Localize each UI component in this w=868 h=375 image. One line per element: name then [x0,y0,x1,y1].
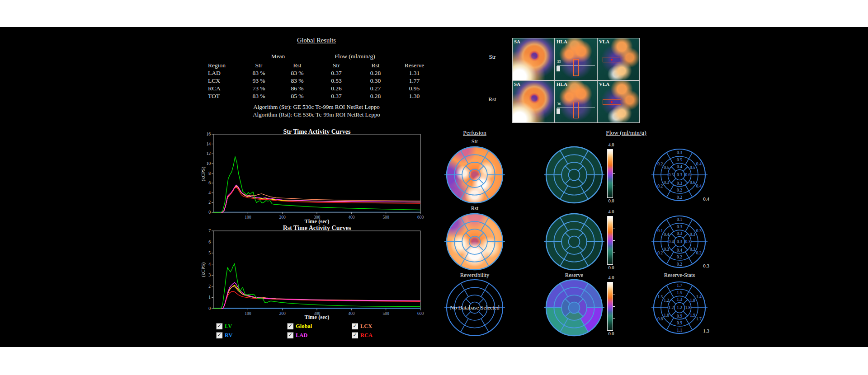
checkbox[interactable]: ✓ [352,332,358,338]
colorbar-min-label: 0.0 [604,265,618,270]
segment-value: 0.4 [677,248,682,253]
table-cell: 83 % [240,69,278,77]
svg-text:0: 0 [208,306,211,311]
table-cell: 83 % [278,77,316,84]
table-cell: 1.30 [395,92,434,100]
table-header-row: Region Str Rst Str Rst Reserve [199,61,434,69]
roi-box[interactable] [573,102,578,118]
roi-box[interactable] [603,99,621,104]
svg-text:14: 14 [207,142,211,146]
svg-text:0: 0 [208,210,211,215]
table-cell: 93 % [240,77,278,84]
colorbar-min-label: 0.0 [604,198,618,203]
table-row: TOT83 %85 %0.370.281.30 [199,92,434,100]
table-cell: 0.28 [356,69,395,77]
legend-item-lcx[interactable]: ✓LCX [352,323,372,330]
table-cell: 1.77 [395,77,434,84]
segment-value: 0.3 [696,229,702,233]
report-page: { "colors": { "grid_blue": "#4a9ae0", "n… [0,0,868,375]
segment-value: 0.2 [677,195,682,200]
segment-value: 1.2 [664,298,669,303]
tac-curve-global [213,186,420,212]
segment-value: 1.8 [685,305,691,310]
algorithm-info: Algorithm (Str): GE 530c Tc-99m ROI NetR… [194,103,439,118]
roi-box[interactable] [573,59,578,76]
panel-label-hla: HLA [557,39,567,44]
segment-value: 1.2 [677,305,682,310]
spect-panel-rst-hla: HLA 36 [555,80,597,123]
segment-value: 0.2 [677,262,682,267]
checkbox[interactable]: ✓ [216,332,222,338]
colorbar-tick [613,229,615,229]
segment-value: 0.2 [657,184,663,188]
slice-slider-handle[interactable] [557,66,560,71]
spect-panel-rst-sa: SA [512,80,555,123]
svg-text:6: 6 [208,240,211,244]
segment-value: 1.2 [669,305,674,310]
table-row: LCX93 %83 %0.530.301.77 [199,77,434,84]
rst-tac-xlabel: Time (sec) [199,314,434,321]
segment-value: 0.2 [677,188,682,192]
svg-text:2: 2 [208,200,211,205]
colorbar-min-label: 0.0 [604,331,618,336]
slice-slider-handle[interactable] [557,108,560,114]
report-canvas: Global Results Mean Flow (ml/min/g) Regi… [0,27,868,347]
checkbox[interactable]: ✓ [287,323,293,329]
svg-text:16: 16 [207,132,211,136]
checkbox[interactable]: ✓ [287,332,293,338]
roi-box[interactable] [603,57,621,62]
slice-number-rst: 36 [557,102,561,106]
roi-center-marker [611,101,613,103]
segment-value: 1.7 [696,317,702,321]
flow-rst-map [542,210,606,273]
panel-label-vla: VLA [599,81,609,87]
legend-label: LCX [360,323,372,330]
flow-str-colorbar [607,149,613,198]
table-cell: 0.95 [395,84,434,92]
table-cell: 73 % [240,84,278,92]
segment-value: 0.4 [664,232,669,237]
global-results-title: Global Results [199,37,434,44]
checkbox[interactable]: ✓ [352,323,358,329]
segment-value: 0.5 [677,158,682,162]
tac-curve-lcx [213,187,420,212]
segment-value: 0.3 [677,150,682,155]
legend-item-rca[interactable]: ✓RCA [352,332,373,339]
segment-value: 1.0 [664,313,669,318]
flow-header: Flow (ml/min/g) [583,129,669,136]
table-cell: 0.30 [356,77,395,84]
legend-item-lv[interactable]: ✓LV [216,323,232,330]
checkbox[interactable]: ✓ [216,323,222,329]
legend-label: LV [225,323,232,330]
table-cell: 0.27 [356,84,395,92]
colorbar-tick [613,319,615,319]
segment-value: 1.7 [677,283,682,288]
table-cell: RCA [199,84,240,92]
segment-value: 0.3 [677,225,682,229]
legend-label: RV [225,332,233,339]
table-row: RCA73 %86 %0.260.270.95 [199,84,434,92]
legend-item-rv[interactable]: ✓RV [216,332,233,339]
segment-value: 1.5 [677,291,682,295]
colorbar-max-label: 4.0 [604,275,618,280]
legend-label: Global [296,323,312,330]
tac-curve-lad [213,185,420,212]
spect-panel-rst-vla: VLA [597,80,640,123]
segment-value: 0.5 [664,165,669,170]
legend-item-global[interactable]: ✓Global [287,323,312,330]
str-tac-ylabel: (kCPS) [200,162,207,186]
rst-tac-ylabel: (kCPS) [200,258,207,281]
svg-text:4: 4 [208,262,211,267]
table-cell: 85 % [278,92,316,100]
svg-text:10: 10 [207,161,211,166]
segment-value: 0.6 [690,180,695,185]
table-cell: 83 % [278,69,316,77]
segment-value: 0.1 [677,217,682,222]
reserve-map [542,276,606,339]
segment-value: 0.5 [669,173,674,177]
spect-panel-str-hla: HLA 35 [555,38,597,80]
legend-item-lad[interactable]: ✓LAD [287,332,307,339]
table-cell: TOT [199,92,240,100]
spect-image-grid: SA HLA 35 VLA SA HLA 36 VLA [512,38,640,123]
segment-value: 0.3 [677,181,682,186]
